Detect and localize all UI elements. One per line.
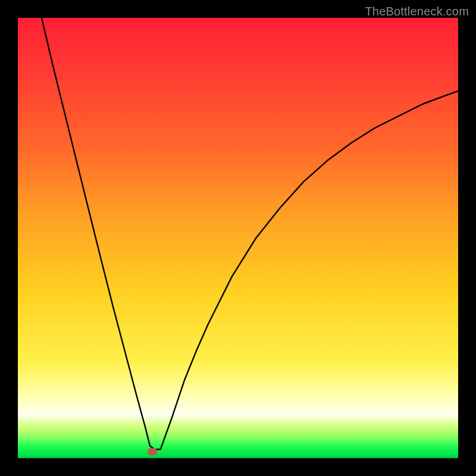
watermark-label: TheBottleneck.com — [365, 5, 469, 18]
bottleneck-marker-icon — [148, 448, 157, 455]
bottleneck-curve — [18, 18, 458, 458]
chart-frame: TheBottleneck.com — [0, 0, 476, 476]
plot-area — [18, 18, 458, 458]
